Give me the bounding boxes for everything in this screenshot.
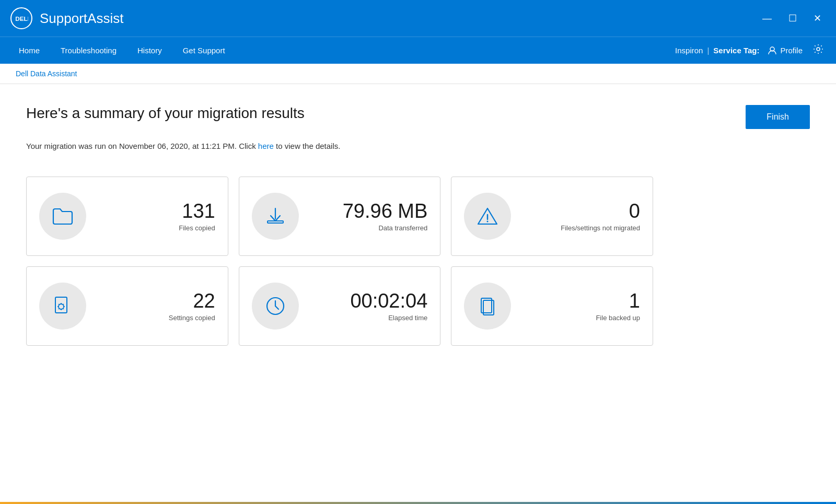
maximize-button[interactable]: ☐ bbox=[784, 11, 801, 25]
navbar: Home Troubleshooting History Get Support… bbox=[0, 37, 836, 64]
backup-file-icon bbox=[475, 294, 500, 318]
page-title: Here's a summary of your migration resul… bbox=[26, 105, 305, 122]
subtitle-prefix: Your migration was run on November 06, 2… bbox=[26, 142, 258, 150]
page-header: Here's a summary of your migration resul… bbox=[26, 105, 810, 129]
files-copied-value: 131 bbox=[182, 201, 215, 222]
stats-grid: 131 Files copied 79.96 MB Data transferr… bbox=[26, 177, 653, 346]
nav-home[interactable]: Home bbox=[10, 42, 48, 59]
svg-point-5 bbox=[487, 221, 489, 222]
file-backed-up-value: 1 bbox=[629, 290, 640, 312]
stat-elapsed-time: 00:02:04 Elapsed time bbox=[239, 266, 441, 346]
files-copied-info: 131 Files copied bbox=[99, 201, 215, 232]
breadcrumb-bar: Dell Data Assistant bbox=[0, 64, 836, 84]
settings-copied-value: 22 bbox=[193, 290, 215, 312]
files-copied-label: Files copied bbox=[179, 224, 215, 232]
minimize-button[interactable]: — bbox=[758, 11, 776, 25]
settings-button[interactable] bbox=[811, 42, 826, 59]
file-backed-up-label: File backed up bbox=[596, 314, 640, 322]
not-migrated-info: 0 Files/settings not migrated bbox=[524, 201, 640, 232]
elapsed-time-icon-circle bbox=[252, 283, 299, 330]
profile-button[interactable]: Profile bbox=[768, 46, 803, 55]
breadcrumb: Dell Data Assistant bbox=[16, 69, 77, 78]
nav-separator: | bbox=[707, 46, 709, 55]
data-transferred-info: 79.96 MB Data transferred bbox=[311, 201, 428, 232]
svg-text:DELL: DELL bbox=[15, 15, 28, 22]
elapsed-time-label: Elapsed time bbox=[388, 314, 427, 322]
subtitle-link[interactable]: here bbox=[258, 142, 274, 150]
elapsed-time-info: 00:02:04 Elapsed time bbox=[311, 290, 428, 322]
stat-file-backed-up: 1 File backed up bbox=[451, 266, 653, 346]
app-name: SupportAssist bbox=[40, 10, 758, 27]
nav-troubleshooting[interactable]: Troubleshooting bbox=[52, 42, 125, 59]
file-backed-up-info: 1 File backed up bbox=[524, 290, 640, 322]
data-transferred-value: 79.96 MB bbox=[343, 201, 428, 222]
not-migrated-label: Files/settings not migrated bbox=[561, 224, 640, 232]
nav-history[interactable]: History bbox=[129, 42, 170, 59]
file-backed-up-icon-circle bbox=[464, 283, 511, 330]
nav-right: Inspiron | Service Tag: Profile bbox=[675, 42, 826, 59]
window-controls: — ☐ ✕ bbox=[758, 11, 826, 25]
stat-settings-copied: 22 Settings copied bbox=[26, 266, 228, 346]
files-copied-icon-circle bbox=[39, 193, 86, 240]
close-button[interactable]: ✕ bbox=[809, 11, 826, 25]
finish-button[interactable]: Finish bbox=[746, 105, 810, 129]
service-tag-label: Service Tag: bbox=[713, 46, 759, 55]
subtitle-suffix: to view the details. bbox=[274, 142, 341, 150]
clock-icon bbox=[263, 294, 287, 318]
stat-data-transferred: 79.96 MB Data transferred bbox=[239, 177, 441, 256]
profile-icon bbox=[768, 46, 777, 55]
stat-not-migrated: 0 Files/settings not migrated bbox=[451, 177, 653, 256]
device-info: Inspiron | Service Tag: bbox=[675, 46, 759, 55]
settings-copied-label: Settings copied bbox=[169, 314, 215, 322]
page-subtitle: Your migration was run on November 06, 2… bbox=[26, 142, 810, 150]
svg-point-2 bbox=[817, 48, 820, 51]
not-migrated-icon-circle bbox=[464, 193, 511, 240]
titlebar: DELL SupportAssist — ☐ ✕ bbox=[0, 0, 836, 37]
main-content: Here's a summary of your migration resul… bbox=[0, 84, 836, 502]
dell-logo: DELL bbox=[10, 7, 32, 29]
elapsed-time-value: 00:02:04 bbox=[350, 290, 427, 312]
device-name: Inspiron bbox=[675, 46, 703, 55]
warning-icon bbox=[475, 204, 500, 228]
svg-point-7 bbox=[59, 304, 64, 309]
not-migrated-value: 0 bbox=[629, 201, 640, 222]
bottom-accent-bar bbox=[0, 502, 836, 504]
download-icon bbox=[263, 204, 287, 228]
profile-label: Profile bbox=[780, 46, 803, 55]
data-transferred-label: Data transferred bbox=[378, 224, 427, 232]
svg-rect-6 bbox=[55, 297, 67, 313]
data-transferred-icon-circle bbox=[252, 193, 299, 240]
nav-get-support[interactable]: Get Support bbox=[175, 42, 234, 59]
settings-copied-icon-circle bbox=[39, 283, 86, 330]
stat-files-copied: 131 Files copied bbox=[26, 177, 228, 256]
nav-links: Home Troubleshooting History Get Support bbox=[10, 42, 675, 59]
settings-icon bbox=[813, 44, 823, 54]
settings-file-icon bbox=[51, 294, 75, 318]
settings-copied-info: 22 Settings copied bbox=[99, 290, 215, 322]
folder-icon bbox=[51, 204, 75, 228]
